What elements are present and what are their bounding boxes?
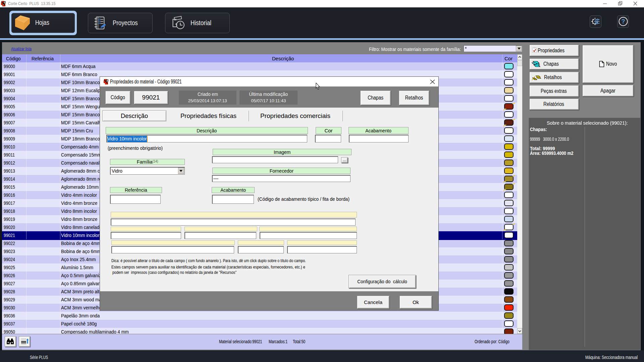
svg-text:?: ? bbox=[622, 18, 625, 25]
